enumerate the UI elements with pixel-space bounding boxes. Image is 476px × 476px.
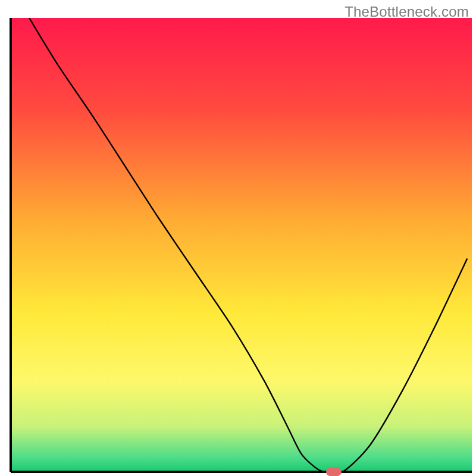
chart-svg — [0, 0, 476, 476]
bottleneck-chart: TheBottleneck.com — [0, 0, 476, 476]
optimal-marker — [326, 468, 342, 476]
attribution-label: TheBottleneck.com — [345, 4, 469, 20]
plot-background — [11, 18, 472, 472]
